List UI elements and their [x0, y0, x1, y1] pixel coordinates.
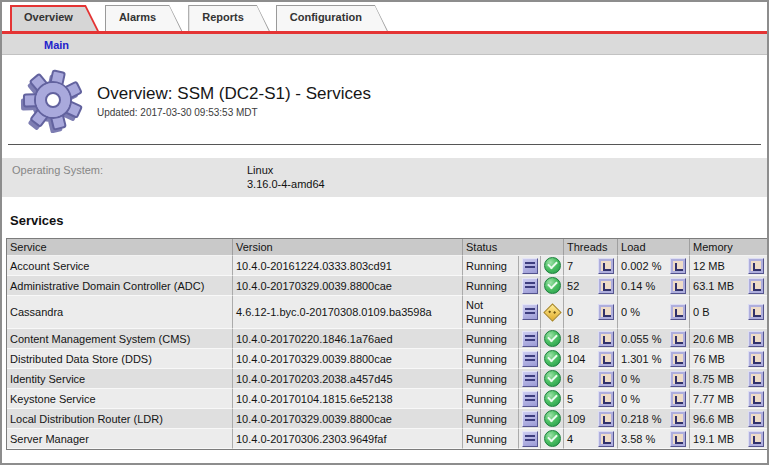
chart-icon[interactable]	[670, 258, 686, 274]
chart-icon[interactable]	[598, 304, 614, 320]
service-status: Not Running	[463, 296, 519, 329]
service-memory: 0 B	[690, 296, 744, 329]
subnav-main-link[interactable]: Main	[44, 39, 69, 51]
service-version: 10.4.0-20170329.0039.8800cae	[233, 349, 463, 369]
chart-icon[interactable]	[598, 431, 614, 447]
service-threads: 104	[564, 349, 595, 369]
chart-icon[interactable]	[598, 411, 614, 427]
chart-icon-cell	[667, 296, 690, 329]
table-row: Identity Service10.4.0-20170203.2038.a45…	[7, 369, 768, 389]
chart-icon[interactable]	[670, 391, 686, 407]
service-load: 0.218 %	[618, 409, 667, 429]
service-load: 1.301 %	[618, 349, 667, 369]
service-threads: 109	[564, 409, 595, 429]
chart-icon-cell	[744, 409, 768, 429]
report-icon[interactable]	[522, 411, 538, 427]
chart-icon-cell	[744, 369, 768, 389]
chart-icon[interactable]	[748, 431, 764, 447]
chart-icon[interactable]	[670, 278, 686, 294]
service-memory: 63.1 MB	[690, 276, 744, 296]
chart-icon-cell	[744, 429, 768, 449]
status-ok-icon	[544, 350, 561, 367]
report-icon[interactable]	[522, 304, 538, 320]
chart-icon[interactable]	[670, 331, 686, 347]
report-icon-cell	[519, 349, 541, 369]
chart-icon[interactable]	[748, 351, 764, 367]
service-memory: 7.77 MB	[690, 389, 744, 409]
tab-alarms[interactable]: Alarms	[105, 5, 182, 31]
report-icon[interactable]	[522, 278, 538, 294]
service-version: 10.4.0-20170104.1815.6e52138	[233, 389, 463, 409]
service-name: Server Manager	[7, 429, 233, 449]
report-icon[interactable]	[522, 331, 538, 347]
service-name: Identity Service	[7, 369, 233, 389]
report-icon[interactable]	[522, 431, 538, 447]
status-ok-icon	[544, 390, 561, 407]
table-row: Distributed Data Store (DDS)10.4.0-20170…	[7, 349, 768, 369]
chart-icon[interactable]	[748, 411, 764, 427]
chart-icon-cell	[744, 276, 768, 296]
service-memory: 8.75 MB	[690, 369, 744, 389]
report-icon[interactable]	[522, 258, 538, 274]
state-icon-cell	[541, 409, 564, 429]
state-icon-cell	[541, 349, 564, 369]
service-load: 0.14 %	[618, 276, 667, 296]
service-memory: 76 MB	[690, 349, 744, 369]
tab-bar: Overview Alarms Reports Configuration	[2, 2, 767, 31]
table-row: Server Manager10.4.0-20170306.2303.9649f…	[7, 429, 768, 449]
service-load: 0 %	[618, 296, 667, 329]
chart-icon[interactable]	[748, 331, 764, 347]
page-header: Overview: SSM (DC2-S1) - Services Update…	[20, 69, 767, 133]
tab-label: Alarms	[105, 5, 182, 30]
service-status: Running	[463, 276, 519, 296]
chart-icon[interactable]	[670, 304, 686, 320]
chart-icon[interactable]	[598, 278, 614, 294]
chart-icon[interactable]	[748, 371, 764, 387]
chart-icon[interactable]	[670, 411, 686, 427]
chart-icon[interactable]	[670, 431, 686, 447]
tab-configuration[interactable]: Configuration	[276, 5, 388, 31]
report-icon[interactable]	[522, 391, 538, 407]
service-name: Distributed Data Store (DDS)	[7, 349, 233, 369]
service-status: Running	[463, 349, 519, 369]
service-status: Running	[463, 256, 519, 276]
service-version: 10.4.0-20170306.2303.9649faf	[233, 429, 463, 449]
state-icon-cell	[541, 389, 564, 409]
report-icon-cell	[519, 276, 541, 296]
service-load: 0.002 %	[618, 256, 667, 276]
chart-icon[interactable]	[598, 258, 614, 274]
tab-reports[interactable]: Reports	[188, 5, 270, 31]
service-version: 10.4.0-20170329.0039.8800cae	[233, 276, 463, 296]
status-ok-icon	[544, 277, 561, 294]
chart-icon[interactable]	[748, 258, 764, 274]
state-icon-cell	[541, 256, 564, 276]
table-row: Administrative Domain Controller (ADC)10…	[7, 276, 768, 296]
chart-icon[interactable]	[598, 351, 614, 367]
chart-icon-cell	[667, 389, 690, 409]
chart-icon[interactable]	[670, 371, 686, 387]
chart-icon[interactable]	[598, 391, 614, 407]
chart-icon[interactable]	[748, 391, 764, 407]
service-memory: 19.1 MB	[690, 429, 744, 449]
service-load: 3.58 %	[618, 429, 667, 449]
chart-icon-cell	[595, 409, 618, 429]
chart-icon[interactable]	[748, 278, 764, 294]
report-icon-cell	[519, 329, 541, 349]
service-threads: 0	[564, 296, 595, 329]
report-icon[interactable]	[522, 351, 538, 367]
chart-icon[interactable]	[670, 351, 686, 367]
service-threads: 52	[564, 276, 595, 296]
chart-icon[interactable]	[748, 304, 764, 320]
tab-overview[interactable]: Overview	[10, 5, 99, 31]
state-icon-cell	[541, 429, 564, 449]
col-memory: Memory	[690, 239, 768, 256]
service-name: Local Distribution Router (LDR)	[7, 409, 233, 429]
chart-icon[interactable]	[598, 331, 614, 347]
service-memory: 20.6 MB	[690, 329, 744, 349]
report-icon[interactable]	[522, 371, 538, 387]
chart-icon[interactable]	[598, 371, 614, 387]
col-version: Version	[233, 239, 463, 256]
os-name: Linux	[247, 163, 767, 177]
service-threads: 7	[564, 256, 595, 276]
chart-icon-cell	[595, 296, 618, 329]
